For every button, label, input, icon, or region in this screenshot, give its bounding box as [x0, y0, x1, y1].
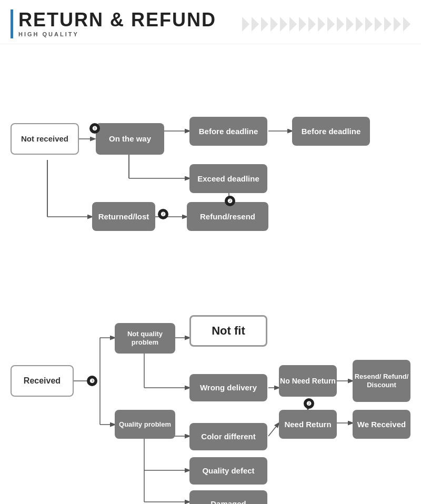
header-text-group: RETURN & REFUND HIGH QUALITY: [18, 11, 216, 37]
not-fit-box: Not fit: [189, 315, 267, 347]
we-received-box: We Received: [353, 410, 410, 439]
page-subtitle: HIGH QUALITY: [18, 31, 216, 37]
exceed-deadline-box: Exceed deadline: [189, 164, 267, 193]
badge-1: ❶: [89, 123, 100, 134]
before-deadline-cond-box: Before deadline: [189, 117, 267, 146]
resend-refund-box: Resend/ Refund/ Discount: [353, 360, 410, 402]
wrong-delivery-box: Wrong delivery: [189, 374, 267, 401]
color-different-box: Color different: [189, 423, 267, 450]
not-quality-problem-box: Not quality problem: [115, 323, 175, 354]
received-box: Received: [11, 365, 74, 397]
need-return-box: Need Return: [279, 410, 337, 439]
header-decoration: [242, 17, 410, 32]
page-title: RETURN & REFUND: [18, 11, 216, 29]
not-received-box: Not received: [11, 123, 79, 155]
section2-flowchart: Received ❸ Not quality problem Quality p…: [11, 249, 410, 504]
page-header: RETURN & REFUND HIGH QUALITY: [0, 0, 421, 44]
badge-2a: ❷: [225, 196, 235, 206]
quality-problem-box: Quality problem: [115, 410, 175, 439]
refund-resend-box: Refund/resend: [187, 202, 268, 231]
section1-flowchart: Not received ❶ On the way Before deadlin…: [11, 55, 410, 223]
on-the-way-box: On the way: [96, 123, 164, 155]
badge-2c: ❷: [304, 398, 314, 409]
header-accent-bar: [11, 9, 13, 38]
quality-defect-box: Quality defect: [189, 457, 267, 485]
badge-3: ❸: [87, 376, 97, 386]
damaged-box: Damaged: [189, 490, 267, 504]
returned-lost-box: Returned/lost: [92, 202, 155, 231]
chevrons-icon: [242, 17, 410, 32]
no-need-return-box: No Need Return: [279, 365, 337, 397]
svg-line-29: [268, 423, 279, 436]
before-deadline-result-box: Before deadline: [292, 117, 370, 146]
section2-diagram: Received ❸ Not quality problem Quality p…: [0, 244, 421, 504]
section1-diagram: Not received ❶ On the way Before deadlin…: [0, 49, 421, 244]
badge-2b: ❷: [158, 209, 168, 219]
